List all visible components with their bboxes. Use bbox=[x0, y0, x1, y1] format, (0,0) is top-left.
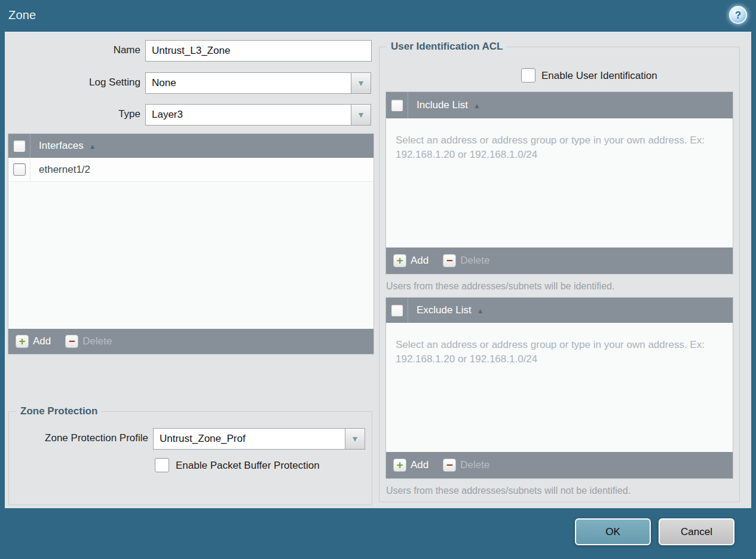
ok-button[interactable]: OK bbox=[575, 518, 651, 545]
enable-packet-buffer-protection-checkbox[interactable] bbox=[155, 458, 169, 472]
interfaces-table-footer: + Add − Delete bbox=[8, 329, 374, 354]
zone-protection-legend: Zone Protection bbox=[16, 405, 102, 417]
chevron-down-icon: ▼ bbox=[357, 111, 365, 119]
include-list-header[interactable]: Include List ▲ bbox=[386, 92, 733, 118]
exclude-list-body[interactable]: Select an address or address group or ty… bbox=[386, 323, 733, 452]
question-mark-glyph: ? bbox=[735, 10, 741, 20]
include-list-caption: Users from these addresses/subnets will … bbox=[386, 281, 614, 292]
include-list-select-all-checkbox[interactable] bbox=[391, 99, 403, 112]
exclude-delete-button[interactable]: − Delete bbox=[443, 459, 489, 472]
type-label: Type bbox=[5, 108, 140, 120]
add-icon: + bbox=[393, 459, 406, 472]
delete-icon: − bbox=[443, 254, 456, 267]
delete-icon: − bbox=[65, 335, 78, 348]
include-list-body[interactable]: Select an address or address group or ty… bbox=[386, 118, 733, 248]
exclude-list-select-all-checkbox[interactable] bbox=[391, 304, 403, 317]
sort-ascending-icon: ▲ bbox=[473, 102, 480, 110]
interfaces-table: Interfaces ▲ ethernet1/2 + Add − Delete bbox=[8, 134, 374, 354]
chevron-down-icon: ▼ bbox=[357, 79, 365, 87]
page-title: Zone bbox=[8, 8, 36, 22]
exclude-list-header[interactable]: Exclude List ▲ bbox=[386, 298, 733, 323]
zone-protection-profile-label: Zone Protection Profile bbox=[9, 432, 148, 444]
log-setting-input[interactable] bbox=[145, 72, 351, 94]
add-icon: + bbox=[393, 254, 406, 267]
type-dropdown-button[interactable]: ▼ bbox=[351, 104, 371, 126]
select-all-cell bbox=[8, 134, 30, 158]
exclude-list-column-header: Exclude List bbox=[417, 304, 472, 316]
row-checkbox-cell bbox=[8, 158, 30, 181]
zone-protection-profile-dropdown-button[interactable]: ▼ bbox=[345, 428, 365, 450]
table-row[interactable]: ethernet1/2 bbox=[8, 158, 374, 182]
zone-protection-profile-input[interactable] bbox=[153, 428, 345, 450]
help-icon[interactable]: ? bbox=[729, 6, 747, 24]
type-input[interactable] bbox=[145, 104, 351, 126]
user-identification-acl-legend: User Identification ACL bbox=[387, 41, 507, 53]
delete-interface-button[interactable]: − Delete bbox=[65, 335, 112, 348]
interfaces-table-body: ethernet1/2 bbox=[8, 158, 374, 329]
user-identification-acl-section: User Identification ACL Enable User Iden… bbox=[379, 47, 740, 502]
exclude-list-table: Exclude List ▲ Select an address or addr… bbox=[386, 298, 733, 478]
enable-packet-buffer-protection-label: Enable Packet Buffer Protection bbox=[176, 460, 320, 472]
interfaces-table-header[interactable]: Interfaces ▲ bbox=[8, 134, 374, 158]
cancel-button[interactable]: Cancel bbox=[659, 518, 734, 545]
exclude-list-footer: + Add − Delete bbox=[386, 452, 733, 478]
include-list-placeholder: Select an address or address group or ty… bbox=[386, 118, 733, 162]
exclude-list-caption: Users from these addresses/subnets will … bbox=[386, 485, 630, 496]
interface-row-checkbox[interactable] bbox=[13, 163, 26, 176]
include-delete-button[interactable]: − Delete bbox=[443, 254, 489, 267]
exclude-list-placeholder: Select an address or address group or ty… bbox=[386, 323, 733, 366]
enable-user-identification-label: Enable User Identification bbox=[541, 70, 657, 82]
sort-ascending-icon: ▲ bbox=[477, 307, 484, 315]
include-add-button[interactable]: + Add bbox=[393, 254, 428, 267]
name-input[interactable] bbox=[145, 40, 372, 62]
sort-ascending-icon: ▲ bbox=[89, 142, 96, 151]
delete-icon: − bbox=[443, 459, 456, 472]
select-all-cell bbox=[386, 298, 408, 323]
chevron-down-icon: ▼ bbox=[351, 435, 359, 443]
log-setting-label: Log Setting bbox=[5, 77, 140, 88]
include-list-table: Include List ▲ Select an address or addr… bbox=[386, 92, 733, 274]
enable-user-identification-checkbox[interactable] bbox=[521, 68, 535, 83]
select-all-cell bbox=[386, 92, 408, 118]
add-interface-button[interactable]: + Add bbox=[16, 335, 51, 348]
interfaces-column-header: Interfaces bbox=[39, 140, 84, 152]
log-setting-dropdown-button[interactable]: ▼ bbox=[351, 72, 371, 94]
include-list-column-header: Include List bbox=[417, 99, 468, 111]
interface-name: ethernet1/2 bbox=[39, 164, 90, 176]
interfaces-select-all-checkbox[interactable] bbox=[13, 140, 26, 152]
add-icon: + bbox=[16, 335, 29, 348]
exclude-add-button[interactable]: + Add bbox=[393, 459, 428, 472]
dialog-body: Name Log Setting ▼ Type ▼ Interfaces ▲ e… bbox=[5, 32, 751, 508]
zone-dialog: { "dialog": { "title": "Zone" }, "icons"… bbox=[0, 0, 756, 559]
include-list-footer: + Add − Delete bbox=[386, 248, 733, 274]
zone-protection-section: Zone Protection Zone Protection Profile … bbox=[8, 411, 372, 505]
name-label: Name bbox=[5, 44, 140, 56]
